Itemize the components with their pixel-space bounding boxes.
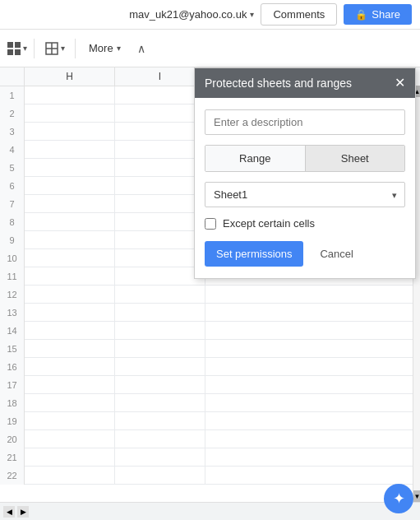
except-label: Except certain cells — [223, 217, 315, 230]
separator2 — [75, 39, 76, 58]
scroll-left-button[interactable]: ◀ — [3, 506, 15, 518]
table-row[interactable]: 22 — [0, 467, 420, 485]
separator — [34, 39, 35, 58]
comments-button[interactable]: Comments — [261, 3, 337, 26]
close-icon[interactable]: ✕ — [395, 77, 405, 90]
action-row: Set permissions Cancel — [205, 241, 405, 267]
menu-icon[interactable]: ▾ — [7, 41, 27, 56]
scroll-down-button[interactable]: ▼ — [413, 490, 420, 502]
toolbar: ▾ ▾ More ▾ ∧ — [0, 30, 420, 67]
protected-panel: Protected sheets and ranges ✕ Range Shee… — [194, 67, 416, 279]
set-permissions-button[interactable]: Set permissions — [205, 241, 303, 267]
chevron-down-icon: ▾ — [250, 10, 254, 19]
chevron-down-icon: ▾ — [117, 44, 121, 53]
user-email: mav_uk21@yahoo.co.uk ▾ — [129, 8, 254, 21]
scroll-right-button[interactable]: ▶ — [17, 506, 29, 518]
col-header-h[interactable]: H — [25, 67, 115, 86]
except-checkbox[interactable] — [205, 218, 216, 230]
sheet-select-wrapper: Sheet1 ▾ — [205, 182, 405, 207]
collapse-button[interactable]: ∧ — [134, 39, 149, 58]
table-row[interactable]: 20 — [0, 430, 420, 448]
sheet-select[interactable]: Sheet1 — [205, 182, 405, 207]
chevron-down-icon: ▾ — [23, 44, 27, 53]
lock-icon: 🔒 — [355, 9, 367, 21]
explore-button[interactable]: ✦ — [384, 484, 413, 513]
bottom-bar: ◀ ▶ — [0, 502, 420, 520]
svg-rect-2 — [7, 49, 13, 55]
borders-icon[interactable]: ▾ — [41, 38, 68, 59]
table-row[interactable]: 14 — [0, 322, 420, 340]
share-label: Share — [372, 8, 400, 21]
table-row[interactable]: 18 — [0, 394, 420, 412]
table-row[interactable]: 17 — [0, 376, 420, 394]
tab-range[interactable]: Range — [205, 146, 305, 171]
explore-icon: ✦ — [393, 490, 405, 508]
cancel-button[interactable]: Cancel — [312, 241, 361, 267]
email-text: mav_uk21@yahoo.co.uk — [129, 8, 247, 21]
main-area: H I 1 2 3 4 5 6 7 8 9 10 11 12 13 14 15 … — [0, 67, 420, 502]
tab-row: Range Sheet — [205, 145, 405, 172]
panel-header: Protected sheets and ranges ✕ — [195, 68, 415, 98]
except-cells-row: Except certain cells — [205, 217, 405, 230]
description-input[interactable] — [205, 109, 405, 135]
svg-rect-3 — [15, 49, 21, 55]
row-num-header — [0, 67, 25, 86]
table-row[interactable]: 15 — [0, 340, 420, 358]
table-row[interactable]: 16 — [0, 358, 420, 376]
tab-sheet[interactable]: Sheet — [306, 146, 405, 171]
svg-rect-0 — [7, 42, 13, 48]
more-label: More — [89, 42, 113, 54]
table-row[interactable]: 21 — [0, 448, 420, 467]
more-button[interactable]: More ▾ — [82, 39, 127, 58]
chevron-down-icon: ▾ — [61, 44, 65, 53]
top-bar: mav_uk21@yahoo.co.uk ▾ Comments 🔒 Share — [0, 0, 420, 30]
panel-body: Range Sheet Sheet1 ▾ Except certain cell… — [195, 98, 415, 278]
table-row[interactable]: 12 — [0, 286, 420, 304]
table-row[interactable]: 19 — [0, 412, 420, 430]
table-row[interactable]: 13 — [0, 304, 420, 322]
share-button[interactable]: 🔒 Share — [344, 4, 412, 25]
col-header-i[interactable]: I — [115, 67, 205, 86]
panel-title: Protected sheets and ranges — [205, 77, 352, 90]
svg-rect-1 — [15, 42, 21, 48]
